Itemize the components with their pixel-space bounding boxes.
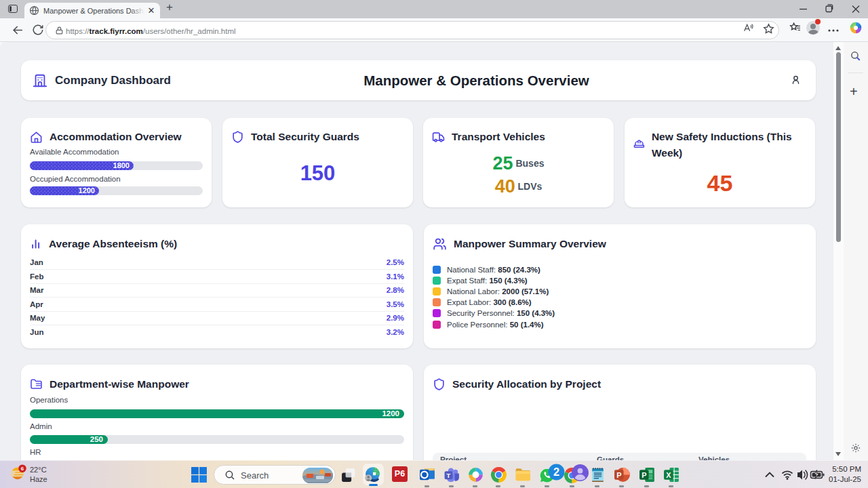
svg-text:P: P — [616, 471, 621, 479]
svg-text:6: 6 — [21, 466, 24, 472]
svg-text:2: 2 — [553, 466, 559, 478]
svg-text:P: P — [642, 471, 646, 479]
svg-text:T: T — [446, 472, 450, 479]
svg-text:X: X — [666, 471, 671, 479]
